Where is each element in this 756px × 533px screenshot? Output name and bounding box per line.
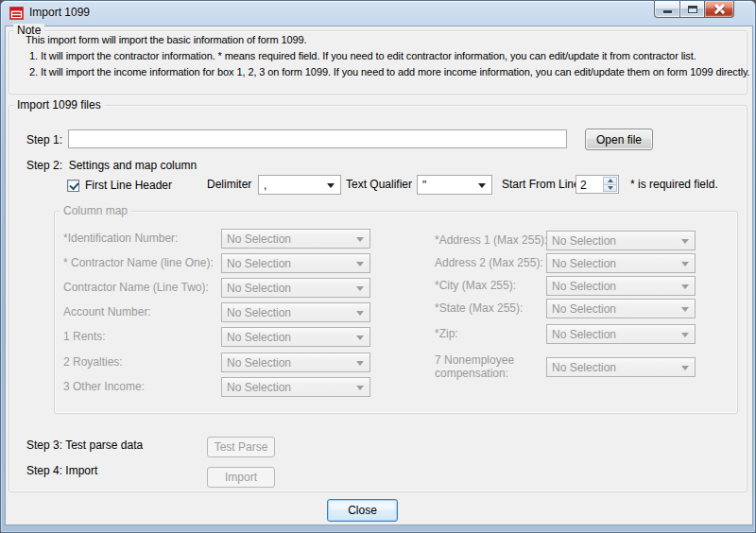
zip-select[interactable]: No Selection [546,324,696,344]
combo-value: No Selection [227,306,291,319]
combo-value: No Selection [552,257,616,270]
chevron-down-icon [327,183,335,192]
combo-value: No Selection [552,280,616,293]
caption-buttons [654,1,734,18]
combo-value: No Selection [552,361,616,374]
minimize-icon [663,10,672,13]
address-2-select[interactable]: No Selection [546,253,696,273]
contractor-name-line-two-label: Contractor Name (Line Two): [63,281,209,294]
nonemployee-compensation-select[interactable]: No Selection [546,357,696,377]
chevron-down-icon [608,186,613,193]
chevron-up-icon [608,176,613,182]
open-file-button[interactable]: Open file [585,129,653,150]
state-label: *State (Max 255): [435,301,523,315]
import-button[interactable]: Import [207,467,275,488]
import-1099-window: Import 1099 Note This import form will i… [0,0,756,533]
city-select[interactable]: No Selection [546,276,696,296]
delimiter-label: Delimiter [207,178,251,191]
combo-value: No Selection [552,234,616,248]
maximize-icon [688,6,697,13]
rents-label: 1 Rents: [63,330,106,343]
combo-value: No Selection [227,282,291,295]
combo-value: No Selection [227,331,291,344]
step4-label: Step 4: Import [26,464,97,477]
chevron-down-icon [681,366,689,374]
chevron-down-icon [681,333,689,341]
delimiter-value: , [264,179,266,192]
app-icon [9,6,25,21]
identification-number-select[interactable]: No Selection [221,229,370,249]
chevron-down-icon [356,335,364,344]
required-field-note: * is required field. [630,178,718,191]
import-files-group-title: Import 1099 files [13,98,105,112]
identification-number-label: *Identification Number: [63,232,178,245]
combo-value: No Selection [552,302,616,316]
combo-value: No Selection [552,328,616,341]
account-number-select[interactable]: No Selection [221,302,370,322]
combo-value: No Selection [227,232,291,246]
note-line-3: 2. It will import the income information… [29,66,750,77]
combo-value: No Selection [227,257,291,270]
chevron-down-icon [356,286,364,295]
note-line-2: 1. It will import the contractor informa… [29,50,696,61]
zip-label: *Zip: [435,327,458,340]
spin-down-button[interactable] [603,185,617,193]
start-from-line-label: Start From Line [502,178,580,191]
address-1-label: *Address 1 (Max 255): [435,233,547,247]
first-line-header-checkbox[interactable] [67,180,79,192]
other-income-label: 3 Other Income: [63,380,145,393]
start-from-line-value: 2 [580,179,587,192]
note-line-1: This import form will import the basic i… [26,34,306,45]
chevron-down-icon [356,237,364,246]
city-label: *City (Max 255): [435,279,516,292]
chevron-down-icon [356,311,364,319]
spin-up-button[interactable] [603,177,617,185]
address-2-label: Address 2 (Max 255): [435,256,543,269]
window-title: Import 1099 [29,6,90,19]
close-window-button[interactable] [705,1,734,18]
test-parse-button[interactable]: Test Parse [207,437,275,457]
contractor-name-line-one-select[interactable]: No Selection [221,253,370,273]
address-1-select[interactable]: No Selection [546,231,696,250]
chevron-down-icon [356,262,364,270]
file-path-input[interactable] [68,129,567,148]
other-income-select[interactable]: No Selection [221,377,370,397]
royalties-label: 2 Royalties: [63,355,123,369]
chevron-down-icon [356,361,364,370]
chevron-down-icon [356,386,364,394]
maximize-button[interactable] [679,1,705,18]
step2-label: Step 2: Settings and map column [26,159,197,172]
chevron-down-icon [478,183,486,192]
text-qualifier-select[interactable]: " [417,175,492,195]
nonemployee-compensation-label: 7 Nonemployee compensation: [435,353,531,380]
account-number-label: Account Number: [63,305,151,318]
start-from-line-stepper[interactable]: 2 [576,175,619,194]
delimiter-select[interactable]: , [258,175,341,195]
step1-label: Step 1: [26,133,62,146]
rents-select[interactable]: No Selection [221,327,370,347]
royalties-select[interactable]: No Selection [221,352,370,372]
combo-value: No Selection [227,381,291,394]
state-select[interactable]: No Selection [546,299,696,318]
text-qualifier-value: " [422,179,426,192]
contractor-name-line-one-label: * Contractor Name (line One): [63,256,214,269]
contractor-name-line-two-select[interactable]: No Selection [221,278,370,298]
title-bar[interactable]: Import 1099 [1,1,755,26]
chevron-down-icon [681,284,689,293]
first-line-header-label: First Line Header [85,179,172,192]
column-map-group-title: Column map [60,204,131,217]
step3-label: Step 3: Test parse data [26,438,143,452]
close-button[interactable]: Close [327,499,398,522]
chevron-down-icon [681,307,689,316]
close-icon [714,4,725,14]
chevron-down-icon [681,239,689,248]
text-qualifier-label: Text Qualifier [346,178,412,191]
combo-value: No Selection [227,356,291,370]
minimize-button[interactable] [654,1,679,18]
chevron-down-icon [681,262,689,270]
